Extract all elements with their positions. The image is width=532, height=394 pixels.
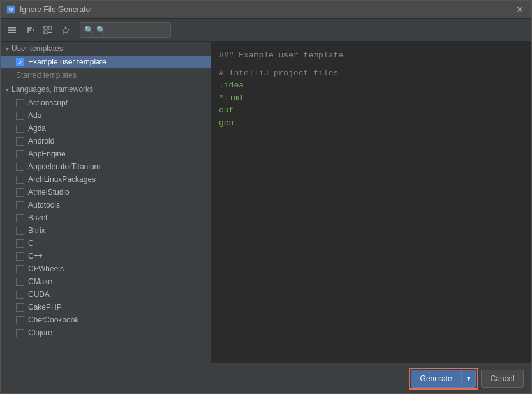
language-item-checkbox[interactable] — [16, 239, 24, 248]
language-item-checkbox[interactable] — [16, 188, 24, 197]
language-item-checkbox[interactable] — [16, 201, 24, 209]
language-item-checkbox[interactable] — [16, 163, 24, 171]
main-content: ▾ User templates ✓ Example user template… — [1, 42, 531, 363]
language-item[interactable]: Bitrix — [1, 224, 211, 237]
svg-text:⚙: ⚙ — [8, 6, 13, 13]
language-item[interactable]: Bazel — [1, 211, 211, 224]
language-items-list: ActionscriptAdaAgdaAndroidAppEngineAppce… — [1, 96, 211, 339]
toolbar-btn-list[interactable] — [4, 22, 20, 38]
example-template-checkbox[interactable]: ✓ — [16, 58, 24, 66]
languages-label: Languages, frameworks — [11, 85, 93, 94]
language-item[interactable]: Ada — [1, 109, 211, 122]
language-item-checkbox[interactable] — [16, 265, 24, 273]
language-item-label: AppEngine — [28, 149, 66, 158]
user-templates-section[interactable]: ▾ User templates — [1, 42, 211, 56]
language-item-checkbox[interactable] — [16, 291, 24, 299]
sort-icon — [26, 26, 34, 34]
language-item-label: Ada — [28, 111, 41, 120]
language-item-label: CMake — [28, 277, 52, 286]
language-item-label: Android — [28, 137, 54, 146]
language-item-label: Actionscript — [28, 98, 68, 107]
svg-rect-2 — [8, 27, 16, 29]
star-icon — [61, 26, 70, 34]
language-item-checkbox[interactable] — [16, 329, 24, 337]
language-item-label: Bitrix — [28, 226, 45, 235]
language-item-label: C++ — [28, 252, 43, 261]
code-line: *.iml — [219, 92, 524, 105]
language-item-label: ArchLinuxPackages — [28, 175, 96, 184]
language-item[interactable]: Android — [1, 135, 211, 148]
language-item-checkbox[interactable] — [16, 316, 24, 324]
search-input[interactable] — [96, 26, 166, 34]
svg-rect-3 — [8, 29, 16, 31]
language-item[interactable]: C++ — [1, 250, 211, 262]
language-item[interactable]: CUDA — [1, 288, 211, 301]
toolbar-btn-collapse[interactable] — [40, 22, 55, 38]
starred-templates-section[interactable]: Starred templates — [1, 68, 211, 82]
language-item-checkbox[interactable] — [16, 112, 24, 120]
language-item-label: AtmelStudio — [28, 188, 70, 197]
language-item-checkbox[interactable] — [16, 227, 24, 235]
language-item-checkbox[interactable] — [16, 125, 24, 133]
language-item[interactable]: AppEngine — [1, 148, 211, 160]
code-line: .idea — [219, 79, 524, 92]
generate-dropdown-button[interactable]: ▼ — [462, 370, 476, 388]
language-item-checkbox[interactable] — [16, 303, 24, 312]
language-item[interactable]: ArchLinuxPackages — [1, 173, 211, 186]
language-item-checkbox[interactable] — [16, 278, 24, 286]
close-button[interactable]: ✕ — [514, 4, 526, 15]
language-item[interactable]: Agda — [1, 122, 211, 135]
language-item-checkbox[interactable] — [16, 176, 24, 184]
list-icon — [8, 26, 17, 34]
left-panel: ▾ User templates ✓ Example user template… — [1, 42, 211, 363]
starred-templates-label: Starred templates — [16, 71, 77, 80]
app-icon: ⚙ — [6, 4, 16, 15]
toolbar: 🔍 — [1, 19, 531, 42]
title-bar: ⚙ Ignore File Generator ✕ — [1, 1, 531, 19]
language-item[interactable]: C — [1, 237, 211, 250]
toolbar-btn-sort[interactable] — [22, 22, 38, 38]
language-item-label: ChefCookbook — [28, 315, 78, 324]
languages-arrow-icon: ▾ — [6, 86, 9, 93]
language-item[interactable]: AtmelStudio — [1, 186, 211, 199]
search-box: 🔍 — [80, 22, 171, 38]
language-item[interactable]: CMake — [1, 275, 211, 288]
cancel-button[interactable]: Cancel — [481, 370, 524, 388]
search-icon: 🔍 — [84, 26, 94, 34]
languages-frameworks-section[interactable]: ▾ Languages, frameworks — [1, 82, 211, 96]
language-item-checkbox[interactable] — [16, 214, 24, 222]
language-item[interactable]: Autotools — [1, 199, 211, 211]
collapse-icon — [43, 26, 52, 34]
generate-button-wrapper: Generate ▼ — [411, 370, 476, 388]
language-item-checkbox[interactable] — [16, 252, 24, 261]
language-item[interactable]: Clojure — [1, 326, 211, 339]
code-line: gen — [219, 117, 524, 130]
language-item-checkbox[interactable] — [16, 99, 24, 107]
generate-arrow-icon: ▼ — [466, 375, 472, 382]
language-item[interactable]: ChefCookbook — [1, 314, 211, 326]
toolbar-btn-star[interactable] — [58, 22, 73, 38]
language-item-checkbox[interactable] — [16, 137, 24, 146]
svg-rect-8 — [44, 26, 47, 29]
language-item-label: Agda — [28, 124, 46, 133]
language-item-label: CFWheels — [28, 264, 64, 273]
user-templates-label: User templates — [11, 44, 63, 53]
example-user-template-item[interactable]: ✓ Example user template — [1, 56, 211, 68]
title-bar-text: Ignore File Generator — [20, 5, 514, 14]
arrow-down-icon: ▾ — [6, 45, 9, 52]
language-item[interactable]: Actionscript — [1, 96, 211, 109]
language-item[interactable]: CakePHP — [1, 301, 211, 314]
footer: Generate ▼ Cancel — [1, 363, 531, 393]
svg-rect-10 — [44, 31, 47, 34]
right-panel: ### Example user template # IntelliJ pro… — [211, 42, 531, 363]
svg-marker-12 — [62, 26, 70, 33]
language-item-label: C — [28, 239, 34, 248]
example-template-label: Example user template — [28, 57, 107, 66]
code-line: # IntelliJ project files — [219, 67, 524, 80]
code-heading: ### Example user template — [219, 49, 524, 62]
code-line: out — [219, 104, 524, 117]
language-item-checkbox[interactable] — [16, 150, 24, 158]
language-item[interactable]: CFWheels — [1, 262, 211, 275]
generate-button[interactable]: Generate — [411, 370, 462, 388]
language-item[interactable]: AppceleratorTitanium — [1, 160, 211, 173]
